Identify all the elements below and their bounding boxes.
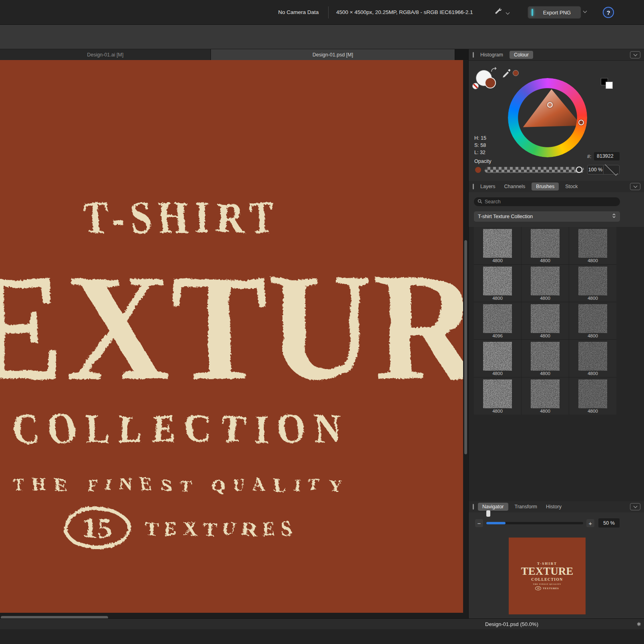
export-png-button[interactable]: Export PNG: [528, 6, 581, 19]
opacity-slider-handle[interactable]: [576, 167, 582, 173]
tab-layers[interactable]: Layers: [480, 184, 496, 189]
tab-history[interactable]: History: [546, 504, 562, 510]
bottom-filler: [0, 629, 644, 644]
preview-line-textures: TEXTURES: [543, 587, 559, 590]
brush-item[interactable]: 4800: [522, 265, 569, 302]
opacity-dropdown-segment[interactable]: [603, 165, 619, 174]
artwork-line-tshirt: T-SHIRT: [83, 192, 281, 243]
colour-wheel: [508, 78, 587, 157]
tab-brushes[interactable]: Brushes: [532, 183, 559, 191]
artwork-line-textures: TEXTURES: [145, 517, 298, 540]
horizontal-scrollbar[interactable]: [0, 613, 463, 618]
zoom-slider-handle[interactable]: [486, 510, 490, 517]
brush-thumbnail: [578, 229, 607, 258]
tab-colour[interactable]: Colour: [510, 51, 533, 59]
brush-size-label: 4800: [540, 258, 550, 263]
brush-item[interactable]: 4800: [569, 265, 616, 302]
tool-dropdown-chevron-icon[interactable]: [506, 10, 510, 14]
artwork-line-collection: COLLECTION: [12, 405, 350, 452]
saturation-value: S: 58: [474, 142, 486, 148]
brush-thumbnail: [531, 267, 560, 295]
zoom-slider[interactable]: [486, 522, 583, 524]
brush-size-label: 4800: [588, 296, 598, 301]
colour-panel-collapse-button[interactable]: [630, 51, 640, 58]
tab-design-01-ai[interactable]: Design-01.ai [M]: [0, 49, 211, 60]
vertical-scrollbar[interactable]: [463, 60, 468, 618]
primary-colour-swatch[interactable]: [485, 77, 496, 88]
right-sidebar: Histogram Colour H: 15 S: 58 L: 32 #: 81…: [468, 49, 644, 618]
opacity-value-dropdown[interactable]: 100 %: [587, 165, 620, 175]
brush-item[interactable]: 4800: [522, 377, 569, 415]
navigator-panel-header: Navigator Transform History: [469, 501, 644, 513]
tab-histogram[interactable]: Histogram: [480, 52, 503, 58]
brush-collection-dropdown[interactable]: T-shirt Texture Collection: [474, 211, 620, 222]
artwork-badge-number: 15: [83, 512, 112, 546]
tab-bar-filler: [455, 49, 468, 60]
brush-item[interactable]: 4800: [474, 340, 521, 377]
brush-item[interactable]: 4800: [474, 377, 521, 415]
search-icon: [477, 198, 482, 205]
hue-handle[interactable]: [578, 120, 584, 125]
vertical-scrollbar-thumb[interactable]: [464, 240, 467, 454]
zoom-in-button[interactable]: +: [586, 519, 594, 527]
search-input[interactable]: [485, 199, 616, 205]
document-status: Design-01.psd (50.0%): [485, 619, 538, 630]
opacity-slider[interactable]: [485, 167, 584, 173]
develop-tool-icon[interactable]: [494, 7, 502, 18]
no-colour-icon[interactable]: [472, 83, 479, 89]
brush-size-label: 4800: [588, 333, 598, 338]
tab-stock[interactable]: Stock: [565, 184, 578, 189]
navigator-preview[interactable]: T-SHIRT TEXTURE COLLECTION THE FINEST QU…: [509, 538, 586, 614]
brush-item[interactable]: 4800: [569, 302, 616, 339]
artwork-line-texture: TEXTURE: [0, 251, 463, 404]
toolbar-divider: [328, 6, 329, 18]
preview-line-texture: TEXTURE: [521, 566, 574, 577]
export-dropdown-chevron-icon[interactable]: [583, 9, 587, 13]
brush-size-label: 4800: [540, 333, 550, 338]
brushes-panel-body: T-shirt Texture Collection 4800 4800 480…: [469, 192, 644, 501]
secondary-toolbar: [0, 25, 644, 49]
brush-item[interactable]: 4800: [474, 227, 521, 264]
brush-item[interactable]: 4800: [569, 227, 616, 264]
document-canvas[interactable]: T-SHIRT TEXTURE COLLECTION THE FINEST QU…: [0, 60, 463, 618]
document-tab-bar: Design-01.ai [M] Design-01.psd [M]: [0, 49, 468, 60]
brush-item[interactable]: 4096: [474, 302, 521, 339]
brush-item[interactable]: 4800: [569, 377, 616, 415]
hue-ring[interactable]: [508, 78, 587, 157]
panel-drag-handle[interactable]: [473, 52, 474, 58]
brush-item[interactable]: 4800: [474, 265, 521, 302]
hex-value-field[interactable]: 813922: [594, 152, 620, 160]
tab-channels[interactable]: Channels: [504, 184, 526, 189]
zoom-value-field[interactable]: 50 %: [598, 518, 620, 528]
zoom-out-button[interactable]: −: [475, 519, 483, 527]
help-icon[interactable]: ?: [603, 7, 614, 18]
swap-colours-icon[interactable]: [490, 67, 498, 74]
tab-design-01-psd[interactable]: Design-01.psd [M]: [211, 49, 455, 60]
hue-value: H: 15: [474, 135, 486, 141]
zoom-slider-fill: [486, 522, 506, 524]
document-info: 4500 × 4500px, 20.25MP, RGBA/8 - sRGB IE…: [336, 0, 473, 25]
lightness-value: L: 32: [474, 150, 486, 155]
brush-grid: 4800 4800 4800 4800 4800 4800 4096 4800 …: [474, 227, 616, 415]
tab-navigator[interactable]: Navigator: [478, 503, 508, 511]
white-swatch[interactable]: [606, 82, 613, 89]
chevron-down-icon: [633, 504, 637, 508]
brush-item[interactable]: 4800: [569, 340, 616, 377]
brush-thumbnail: [578, 267, 607, 295]
navigator-panel-collapse-button[interactable]: [630, 503, 640, 510]
brush-item[interactable]: 4800: [522, 302, 569, 339]
panel-drag-handle[interactable]: [473, 504, 474, 510]
panel-drag-handle[interactable]: [473, 184, 474, 189]
tab-transform[interactable]: Transform: [515, 504, 538, 510]
preview-badge-row: 15 TEXTURES: [535, 586, 559, 590]
chevron-down-icon: [633, 184, 637, 188]
status-asterisk-icon: ✱: [637, 619, 641, 630]
brushes-panel-collapse-button[interactable]: [630, 183, 640, 190]
brush-item[interactable]: 4800: [522, 227, 569, 264]
picked-colour-dot: [513, 70, 519, 76]
brush-item[interactable]: 4800: [522, 340, 569, 377]
brush-thumbnail: [483, 379, 512, 408]
artwork: T-SHIRT TEXTURE COLLECTION THE FINEST QU…: [0, 60, 463, 618]
brush-thumbnail: [531, 342, 560, 371]
triangle-handle[interactable]: [547, 102, 553, 108]
